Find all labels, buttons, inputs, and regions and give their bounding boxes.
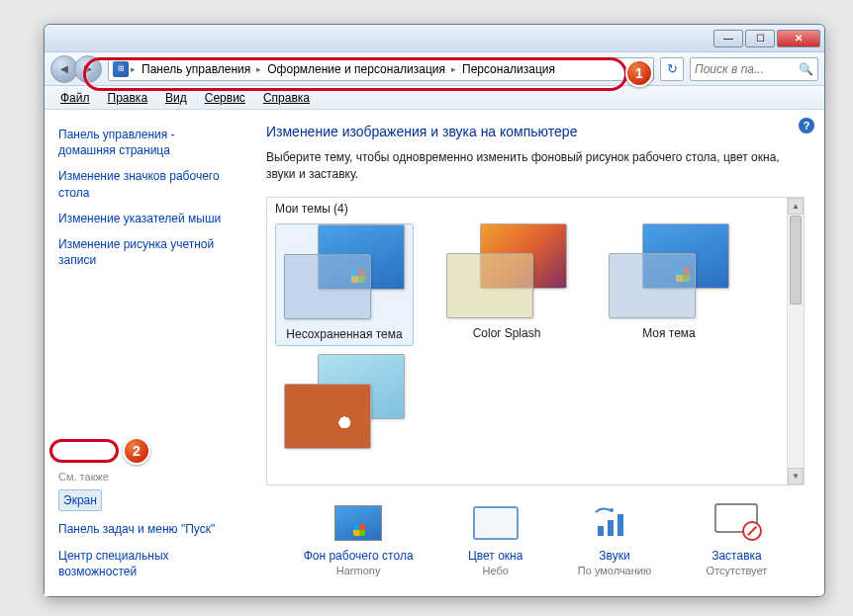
theme-architecture[interactable] (275, 354, 414, 475)
option-value: Отсутствует (707, 565, 768, 576)
close-button[interactable]: ✕ (777, 30, 820, 47)
minimize-button[interactable]: — (713, 30, 743, 47)
menu-view[interactable]: Вид (157, 89, 195, 107)
page-title: Изменение изображения и звука на компьют… (266, 124, 805, 139)
sidebar-link-account-picture[interactable]: Изменение рисунка учетной записи (56, 231, 231, 273)
option-screensaver[interactable]: Заставка Отсутствует (707, 503, 768, 576)
theme-unsaved[interactable]: Несохраненная тема (275, 223, 414, 346)
menu-file[interactable]: Файл (52, 89, 98, 107)
theme-label (275, 453, 414, 475)
menu-edit[interactable]: Правка (100, 89, 156, 107)
search-box[interactable]: 🔍 (690, 57, 818, 81)
theme-label: Несохраненная тема (276, 323, 413, 345)
option-label: Звуки (578, 549, 651, 563)
sidebar-link-taskbar[interactable]: Панель задач и меню "Пуск" (56, 516, 231, 542)
sidebar-link-desktop-icons[interactable]: Изменение значков рабочего стола (56, 163, 231, 205)
refresh-button[interactable]: ↻ (660, 57, 684, 81)
theme-color-splash[interactable]: Color Splash (437, 223, 576, 346)
titlebar: — ☐ ✕ (45, 25, 824, 52)
sidebar-link-home[interactable]: Панель управления - домашняя страница (56, 122, 231, 163)
theme-label: Color Splash (437, 322, 576, 344)
scroll-down-button[interactable]: ▼ (788, 468, 804, 484)
svg-rect-1 (608, 520, 614, 536)
theme-my-theme[interactable]: Моя тема (600, 223, 738, 346)
address-bar[interactable]: ⊞ ▸ Панель управления ▸ Оформление и пер… (108, 57, 654, 81)
control-panel-icon: ⊞ (113, 61, 129, 77)
screensaver-icon (712, 503, 760, 543)
option-desktop-background[interactable]: Фон рабочего стола Harmony (304, 503, 414, 576)
window-color-icon (473, 506, 519, 540)
sidebar-link-mouse-pointers[interactable]: Изменение указателей мыши (56, 206, 231, 231)
chevron-right-icon: ▸ (131, 64, 136, 74)
option-value: Harmony (304, 565, 414, 576)
address-dropdown[interactable]: ▾ (636, 64, 649, 74)
main-panel: ? Изменение изображения и звука на компь… (242, 110, 824, 596)
chevron-right-icon: ▸ (256, 64, 261, 74)
svg-rect-0 (598, 526, 604, 536)
bottom-options: Фон рабочего стола Harmony Цвет окна Неб… (266, 485, 805, 582)
option-value: Небо (468, 565, 522, 576)
help-icon[interactable]: ? (799, 118, 814, 133)
nav-toolbar: ◄ ► ⊞ ▸ Панель управления ▸ Оформление и… (45, 52, 824, 86)
option-label: Заставка (707, 549, 768, 563)
crumb-appearance[interactable]: Оформление и персонализация (263, 60, 449, 78)
option-window-color[interactable]: Цвет окна Небо (468, 503, 522, 576)
themes-scrollbar[interactable]: ▲ ▼ (787, 198, 804, 484)
desktop-background-icon (334, 505, 382, 541)
search-input[interactable] (695, 62, 795, 76)
maximize-button[interactable]: ☐ (745, 30, 775, 47)
theme-label: Моя тема (600, 322, 738, 344)
menu-tools[interactable]: Сервис (197, 89, 253, 107)
personalization-window: — ☐ ✕ ◄ ► ⊞ ▸ Панель управления ▸ Оформл… (44, 24, 825, 597)
chevron-right-icon: ▸ (451, 64, 456, 74)
sidebar-link-ease-of-access[interactable]: Центр специальных возможностей (56, 543, 231, 584)
see-also-heading: См. также (56, 467, 231, 484)
sounds-icon (589, 503, 640, 543)
sidebar: Панель управления - домашняя страница Из… (45, 110, 242, 596)
crumb-personalization[interactable]: Персонализация (458, 60, 559, 78)
scroll-up-button[interactable]: ▲ (788, 198, 804, 215)
menu-bar: Файл Правка Вид Сервис Справка (45, 86, 824, 110)
themes-section-header: Мои темы (4) (267, 198, 804, 220)
crumb-control-panel[interactable]: Панель управления (138, 60, 254, 78)
option-sounds[interactable]: Звуки По умолчанию (578, 503, 651, 576)
menu-help[interactable]: Справка (255, 89, 318, 107)
search-icon: 🔍 (799, 62, 813, 76)
page-description: Выберите тему, чтобы одновременно измени… (266, 149, 805, 183)
option-value: По умолчанию (578, 565, 651, 576)
svg-point-3 (610, 508, 614, 512)
option-label: Фон рабочего стола (304, 549, 414, 563)
sidebar-link-display[interactable]: Экран (56, 484, 231, 516)
scroll-thumb[interactable] (790, 216, 802, 305)
forward-button[interactable]: ► (74, 55, 102, 83)
svg-rect-2 (617, 514, 623, 536)
option-label: Цвет окна (468, 549, 522, 563)
themes-listbox: Мои темы (4) Несохраненная тема Color Sp… (266, 197, 805, 485)
